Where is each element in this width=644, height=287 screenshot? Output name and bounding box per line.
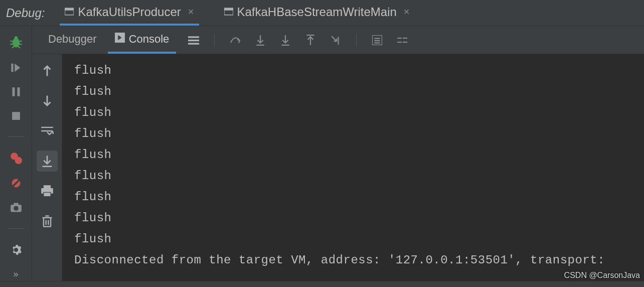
step-out-icon[interactable] xyxy=(304,34,317,47)
console-line: flush xyxy=(74,145,634,166)
close-icon[interactable]: × xyxy=(404,6,410,18)
force-step-into-icon[interactable] xyxy=(279,34,292,47)
bottom-bar-fragment xyxy=(0,281,644,287)
console-line: flush xyxy=(74,81,634,102)
svg-rect-3 xyxy=(224,8,233,11)
trace-icon[interactable] xyxy=(396,34,409,47)
svg-rect-49 xyxy=(43,192,50,196)
view-breakpoints-icon[interactable] xyxy=(8,152,24,164)
camera-icon[interactable] xyxy=(8,202,24,213)
run-tab-kafkautilsproducer[interactable]: KafkaUtilsProducer × xyxy=(60,0,199,26)
debug-left-toolbar: » xyxy=(0,26,32,287)
svg-rect-1 xyxy=(65,8,74,11)
svg-line-8 xyxy=(10,44,13,45)
tab-label: Console xyxy=(129,33,170,46)
separator xyxy=(214,34,215,47)
run-tab-label: KafkaUtilsProducer xyxy=(78,5,181,19)
svg-rect-50 xyxy=(43,218,50,227)
run-tab-label: KafkaHBaseStreamWriteMain xyxy=(237,5,397,19)
list-icon[interactable] xyxy=(187,34,200,47)
console-line: flush xyxy=(74,208,634,229)
console-line: flush xyxy=(74,123,634,145)
console-line: flush xyxy=(74,102,634,123)
mute-breakpoints-icon[interactable] xyxy=(8,177,24,189)
console-line: flush xyxy=(74,60,634,81)
svg-point-22 xyxy=(14,206,19,211)
scroll-up-icon[interactable] xyxy=(37,60,58,81)
console-gutter xyxy=(32,54,62,287)
svg-point-17 xyxy=(15,157,22,164)
separator xyxy=(8,136,25,137)
svg-rect-47 xyxy=(43,185,50,188)
svg-rect-12 xyxy=(11,64,13,72)
svg-rect-13 xyxy=(12,87,15,96)
expand-icon[interactable]: » xyxy=(8,269,24,280)
console-line: flush xyxy=(74,166,634,187)
tab-console[interactable]: Console xyxy=(108,26,177,54)
debug-tab-bar: Debug: KafkaUtilsProducer × KafkaHBaseSt… xyxy=(0,0,644,26)
separator xyxy=(356,34,357,47)
debug-icon[interactable] xyxy=(8,35,24,49)
evaluate-expression-icon[interactable] xyxy=(371,34,384,47)
svg-rect-26 xyxy=(188,43,199,44)
svg-rect-21 xyxy=(14,203,19,206)
application-icon xyxy=(224,5,233,19)
console-output[interactable]: flushflushflushflushflushflushflushflush… xyxy=(62,54,644,287)
run-tab-kafkahbasestreamwritemain[interactable]: KafkaHBaseStreamWriteMain × xyxy=(219,0,415,26)
print-icon[interactable] xyxy=(37,181,58,202)
svg-rect-15 xyxy=(12,112,20,120)
svg-rect-14 xyxy=(17,87,20,96)
step-over-icon[interactable] xyxy=(229,34,242,47)
stop-icon[interactable] xyxy=(8,110,24,121)
clear-all-icon[interactable] xyxy=(37,211,58,232)
svg-line-11 xyxy=(18,46,20,48)
scroll-to-end-icon[interactable] xyxy=(37,151,58,172)
svg-line-10 xyxy=(12,46,14,48)
resume-icon[interactable] xyxy=(8,62,24,73)
console-line: Disconnected from the target VM, address… xyxy=(74,250,634,271)
run-to-cursor-icon[interactable] xyxy=(329,34,342,47)
soft-wrap-icon[interactable] xyxy=(37,120,58,141)
tab-debugger[interactable]: Debugger xyxy=(41,26,104,54)
svg-rect-25 xyxy=(188,39,199,41)
settings-icon[interactable] xyxy=(8,244,24,256)
svg-line-9 xyxy=(19,44,22,45)
svg-rect-24 xyxy=(188,36,199,38)
separator xyxy=(8,228,25,229)
scroll-down-icon[interactable] xyxy=(37,90,58,111)
svg-line-6 xyxy=(10,41,14,42)
tab-label: Debugger xyxy=(48,33,97,46)
application-icon xyxy=(65,5,74,19)
debug-panel-label: Debug: xyxy=(6,6,45,20)
console-line: flush xyxy=(74,229,634,250)
svg-line-7 xyxy=(18,41,22,42)
pause-icon[interactable] xyxy=(8,86,24,97)
step-into-icon[interactable] xyxy=(254,34,267,47)
run-arrow-icon xyxy=(115,33,125,46)
console-line: flush xyxy=(74,187,634,208)
close-icon[interactable]: × xyxy=(188,6,194,18)
svg-point-5 xyxy=(14,36,18,40)
debugger-sub-toolbar: Debugger Console xyxy=(32,26,644,54)
